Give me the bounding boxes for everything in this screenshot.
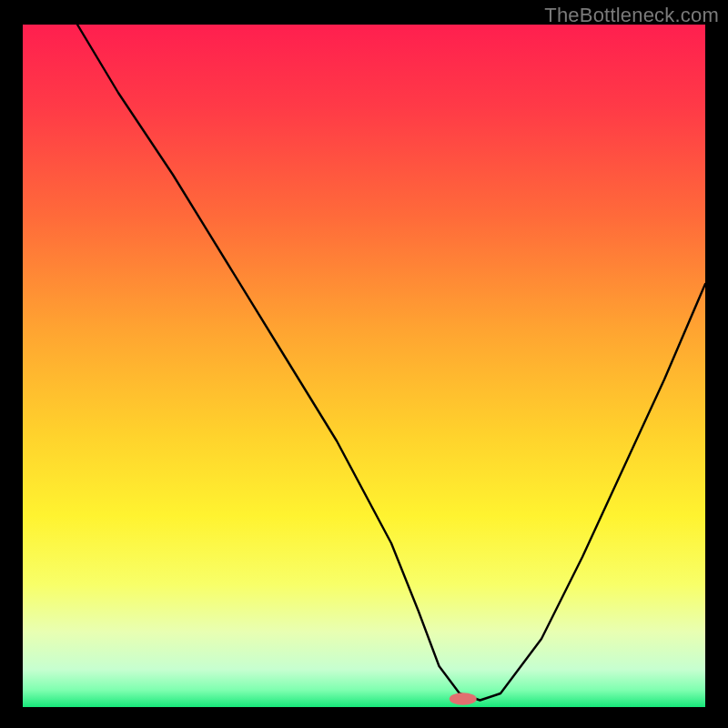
optimal-point-marker	[450, 693, 477, 705]
plot-area	[23, 25, 705, 707]
chart-frame: TheBottleneck.com	[0, 0, 728, 728]
bottleneck-chart	[23, 25, 705, 707]
gradient-background	[23, 25, 705, 707]
